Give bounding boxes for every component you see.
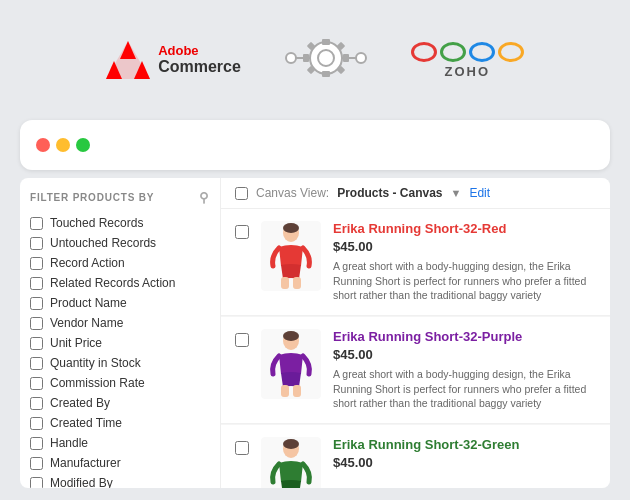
product-checkbox-2[interactable] bbox=[235, 441, 249, 455]
filter-checkbox-4[interactable] bbox=[30, 297, 43, 310]
filter-item: Vendor Name bbox=[30, 313, 210, 333]
filter-label-13[interactable]: Modified By bbox=[50, 476, 113, 488]
filter-checkbox-2[interactable] bbox=[30, 257, 43, 270]
filter-label-3[interactable]: Related Records Action bbox=[50, 276, 175, 290]
canvas-dropdown-icon[interactable]: ▼ bbox=[451, 187, 462, 199]
traffic-light-yellow[interactable] bbox=[56, 138, 70, 152]
select-all-checkbox[interactable] bbox=[235, 187, 248, 200]
filter-label-12[interactable]: Manufacturer bbox=[50, 456, 121, 470]
filter-checkbox-13[interactable] bbox=[30, 477, 43, 489]
filter-checkbox-0[interactable] bbox=[30, 217, 43, 230]
svg-rect-7 bbox=[322, 39, 330, 45]
zoho-label: ZOHO bbox=[445, 64, 491, 79]
zoho-ring-green bbox=[440, 42, 466, 62]
filter-item: Related Records Action bbox=[30, 273, 210, 293]
product-price: $45.00 bbox=[333, 455, 596, 470]
product-name[interactable]: Erika Running Short-32-Purple bbox=[333, 329, 596, 344]
filter-checkbox-3[interactable] bbox=[30, 277, 43, 290]
product-item: Erika Running Short-32-Green$45.00 bbox=[221, 425, 610, 488]
connector-icon bbox=[281, 23, 371, 97]
commerce-label: Commerce bbox=[158, 58, 241, 76]
svg-point-16 bbox=[356, 53, 366, 63]
filter-item: Record Action bbox=[30, 253, 210, 273]
adobe-commerce-text: Adobe Commerce bbox=[158, 44, 241, 76]
product-name[interactable]: Erika Running Short-32-Red bbox=[333, 221, 596, 236]
svg-rect-10 bbox=[343, 54, 349, 62]
product-description: A great short with a body-hugging design… bbox=[333, 367, 596, 411]
product-checkbox-1[interactable] bbox=[235, 333, 249, 347]
traffic-light-green[interactable] bbox=[76, 138, 90, 152]
filter-label-10[interactable]: Created Time bbox=[50, 416, 122, 430]
filter-checkbox-7[interactable] bbox=[30, 357, 43, 370]
canvas-view-label: Canvas View: bbox=[256, 186, 329, 200]
filter-item: Product Name bbox=[30, 293, 210, 313]
filter-checkbox-6[interactable] bbox=[30, 337, 43, 350]
filter-item: Created By bbox=[30, 393, 210, 413]
zoho-ring-red bbox=[411, 42, 437, 62]
traffic-lights bbox=[36, 138, 90, 152]
product-item: Erika Running Short-32-Red$45.00A great … bbox=[221, 209, 610, 316]
filter-label-0[interactable]: Touched Records bbox=[50, 216, 143, 230]
filter-item: Handle bbox=[30, 433, 210, 453]
filter-panel: FILTER PRODUCTS BY ⚲ Touched RecordsUnto… bbox=[20, 178, 220, 488]
filter-checkbox-10[interactable] bbox=[30, 417, 43, 430]
svg-rect-25 bbox=[281, 385, 289, 397]
canvas-edit-button[interactable]: Edit bbox=[469, 186, 490, 200]
filter-items-container: Touched RecordsUntouched RecordsRecord A… bbox=[30, 213, 210, 488]
product-select-area bbox=[235, 333, 249, 351]
zoho-logo: ZOHO bbox=[411, 42, 524, 79]
adobe-label: Adobe bbox=[158, 44, 241, 58]
filter-checkbox-11[interactable] bbox=[30, 437, 43, 450]
product-name[interactable]: Erika Running Short-32-Green bbox=[333, 437, 596, 452]
zoho-ring-yellow bbox=[498, 42, 524, 62]
product-list: Erika Running Short-32-Red$45.00A great … bbox=[221, 209, 610, 488]
svg-point-24 bbox=[283, 331, 299, 341]
svg-rect-9 bbox=[303, 54, 309, 62]
zoho-rings bbox=[411, 42, 524, 62]
search-icon[interactable]: ⚲ bbox=[199, 190, 210, 205]
product-checkbox-0[interactable] bbox=[235, 225, 249, 239]
svg-point-19 bbox=[283, 223, 299, 233]
product-image bbox=[261, 221, 321, 291]
filter-label-4[interactable]: Product Name bbox=[50, 296, 127, 310]
svg-point-15 bbox=[286, 53, 296, 63]
filter-checkbox-1[interactable] bbox=[30, 237, 43, 250]
main-content: FILTER PRODUCTS BY ⚲ Touched RecordsUnto… bbox=[20, 178, 610, 488]
filter-label-5[interactable]: Vendor Name bbox=[50, 316, 123, 330]
filter-item: Commission Rate bbox=[30, 373, 210, 393]
search-bar bbox=[20, 120, 610, 170]
zoho-ring-blue bbox=[469, 42, 495, 62]
filter-label-9[interactable]: Created By bbox=[50, 396, 110, 410]
filter-label-8[interactable]: Commission Rate bbox=[50, 376, 145, 390]
filter-label-1[interactable]: Untouched Records bbox=[50, 236, 156, 250]
filter-checkbox-5[interactable] bbox=[30, 317, 43, 330]
filter-checkbox-9[interactable] bbox=[30, 397, 43, 410]
product-item: Erika Running Short-32-Purple$45.00A gre… bbox=[221, 317, 610, 424]
svg-point-6 bbox=[318, 50, 334, 66]
svg-marker-3 bbox=[120, 41, 136, 59]
canvas-header: Canvas View: Products - Canvas ▼ Edit bbox=[221, 178, 610, 209]
filter-label-7[interactable]: Quantity in Stock bbox=[50, 356, 141, 370]
svg-rect-26 bbox=[293, 385, 301, 397]
product-description: A great short with a body-hugging design… bbox=[333, 259, 596, 303]
filter-title: FILTER PRODUCTS BY ⚲ bbox=[30, 190, 210, 205]
product-info: Erika Running Short-32-Green$45.00 bbox=[333, 437, 596, 475]
product-info: Erika Running Short-32-Red$45.00A great … bbox=[333, 221, 596, 303]
product-select-area bbox=[235, 441, 249, 459]
filter-label-6[interactable]: Unit Price bbox=[50, 336, 102, 350]
svg-rect-21 bbox=[293, 277, 301, 289]
filter-label-2[interactable]: Record Action bbox=[50, 256, 125, 270]
adobe-commerce-logo: Adobe Commerce bbox=[106, 41, 241, 79]
traffic-light-red[interactable] bbox=[36, 138, 50, 152]
filter-checkbox-8[interactable] bbox=[30, 377, 43, 390]
filter-item: Unit Price bbox=[30, 333, 210, 353]
product-info: Erika Running Short-32-Purple$45.00A gre… bbox=[333, 329, 596, 411]
filter-checkbox-12[interactable] bbox=[30, 457, 43, 470]
filter-item: Quantity in Stock bbox=[30, 353, 210, 373]
filter-label-11[interactable]: Handle bbox=[50, 436, 88, 450]
product-image bbox=[261, 329, 321, 399]
filter-item: Untouched Records bbox=[30, 233, 210, 253]
svg-point-29 bbox=[283, 439, 299, 449]
filter-item: Touched Records bbox=[30, 213, 210, 233]
filter-item: Modified By bbox=[30, 473, 210, 488]
